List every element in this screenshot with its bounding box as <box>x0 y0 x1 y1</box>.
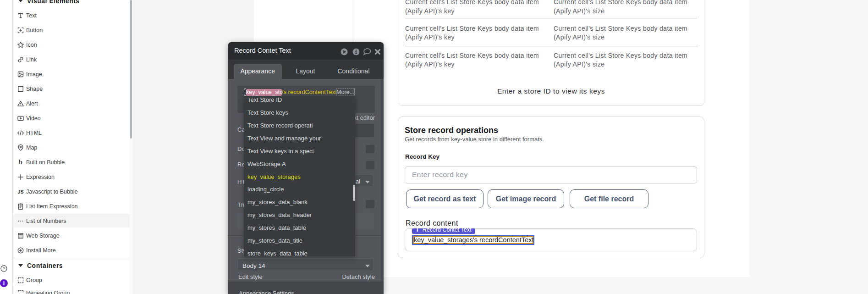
svg-text:?: ? <box>3 266 5 271</box>
